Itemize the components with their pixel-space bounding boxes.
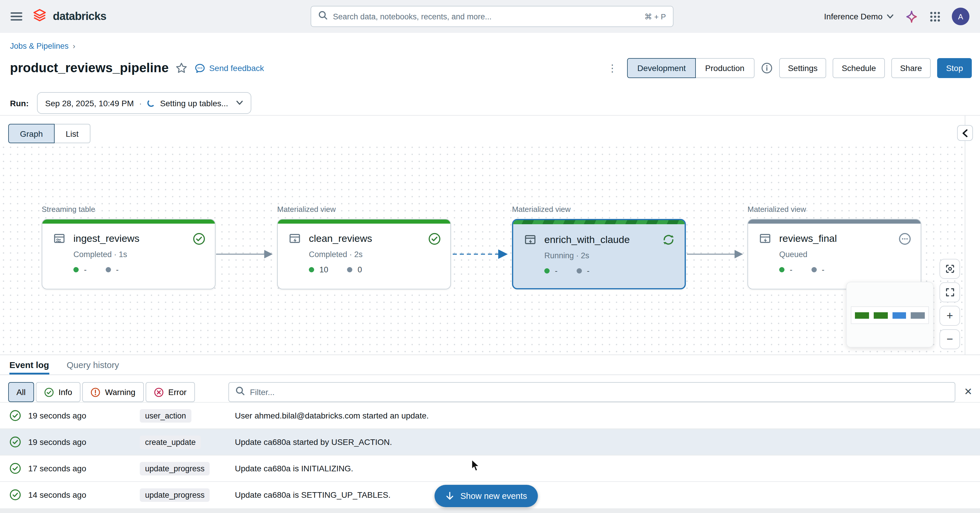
event-timestamp: 14 seconds ago (28, 490, 129, 500)
event-timestamp: 19 seconds ago (28, 437, 129, 447)
materialized-view-icon (759, 232, 772, 245)
node-ingest-reviews[interactable]: ingest_reviews Completed · 1s - - (42, 219, 215, 289)
chevron-down-icon (236, 100, 243, 106)
share-button[interactable]: Share (891, 58, 931, 78)
databricks-logo[interactable]: databricks (32, 8, 106, 25)
node-reviews-final[interactable]: reviews_final Queued - - (748, 219, 921, 289)
gray-metric-dot (347, 267, 352, 272)
materialized-view-icon (524, 233, 537, 246)
fullscreen-button[interactable] (940, 282, 960, 302)
event-info-icon (10, 410, 21, 421)
send-feedback-label: Send feedback (209, 64, 264, 73)
gray-metric-value: - (587, 267, 590, 275)
kebab-menu-icon[interactable]: ⋮ (604, 62, 621, 74)
breadcrumb: Jobs & Pipelines › (10, 42, 75, 51)
event-row-selected[interactable]: 19 seconds ago create_update Update ca68… (0, 429, 980, 455)
environment-toggle: Development Production (627, 58, 754, 78)
event-row[interactable]: 17 seconds ago update_progress Update ca… (0, 455, 980, 481)
gray-metric-dot (811, 267, 816, 272)
minimap-node (892, 312, 906, 318)
filter-all-label: All (16, 388, 25, 397)
gray-metric-dot (576, 268, 582, 273)
tab-event-log[interactable]: Event log (10, 355, 49, 375)
run-status: Setting up tables... (160, 98, 228, 108)
tab-query-history[interactable]: Query history (67, 355, 119, 375)
event-type-badge: user_action (140, 409, 191, 422)
event-log-tabs: Event log Query history (0, 355, 980, 375)
event-row[interactable]: 19 seconds ago user_action User ahmed.bi… (0, 402, 980, 429)
gray-metric-value: - (116, 265, 119, 274)
hamburger-menu-icon[interactable] (11, 12, 22, 21)
stop-button[interactable]: Stop (937, 58, 972, 78)
header-actions: ⋮ Development Production Settings Schedu… (604, 58, 972, 78)
fit-view-button[interactable] (940, 259, 960, 279)
favorite-star-icon[interactable] (175, 62, 187, 74)
event-type-badge: update_progress (140, 462, 210, 475)
production-toggle[interactable]: Production (696, 58, 754, 78)
page-header: product_reviews_pipeline Send feedback ⋮… (10, 57, 972, 79)
info-icon[interactable] (761, 62, 773, 74)
avatar[interactable]: A (952, 8, 969, 25)
run-selector-dropdown[interactable]: Sep 28, 2025, 10:49 PM · Setting up tabl… (37, 92, 251, 114)
show-new-events-label: Show new events (460, 491, 527, 501)
node-status-strip (748, 219, 921, 224)
node-enrich-with-claude[interactable]: enrich_with_claude Running · 2s - - (512, 219, 686, 289)
run-row: Run: Sep 28, 2025, 10:49 PM · Setting up… (10, 92, 251, 114)
workspace-selector[interactable]: Inference Demo (824, 12, 894, 21)
event-filter-input-wrap (228, 382, 955, 402)
gray-metric-dot (105, 267, 111, 272)
apps-grid-icon[interactable] (929, 11, 941, 22)
node-status-strip (278, 219, 450, 224)
list-view-tab[interactable]: List (55, 124, 91, 143)
search-input[interactable] (333, 12, 639, 21)
development-toggle[interactable]: Development (627, 58, 696, 78)
graph-list-toggle: Graph List (8, 124, 90, 143)
send-feedback-link[interactable]: Send feedback (194, 62, 264, 74)
workspace-name: Inference Demo (824, 12, 883, 21)
breadcrumb-chevron: › (73, 42, 75, 51)
error-x-icon (154, 387, 164, 397)
run-spinner-icon (147, 99, 155, 107)
filter-warning-label: Warning (105, 388, 135, 397)
global-search[interactable]: ⌘ + P (310, 6, 673, 27)
breadcrumb-jobs-pipelines-link[interactable]: Jobs & Pipelines (10, 42, 69, 51)
zoom-in-button[interactable]: + (940, 306, 960, 326)
green-metric-value: - (555, 267, 557, 275)
warning-icon (91, 387, 100, 397)
event-info-icon (10, 489, 21, 501)
databricks-pipeline-page: databricks ⌘ + P Inference Demo (0, 0, 980, 513)
filter-warning-button[interactable]: Warning (82, 382, 143, 402)
page-title: product_reviews_pipeline (10, 60, 169, 76)
collapse-panel-button[interactable] (957, 125, 973, 141)
node-clean-reviews[interactable]: clean_reviews Completed · 2s 10 0 (277, 219, 451, 289)
event-filter-input[interactable] (250, 388, 948, 397)
graph-view-tab[interactable]: Graph (8, 124, 55, 143)
show-new-events-button[interactable]: Show new events (434, 485, 538, 507)
node-status-text: Running · 2s (513, 246, 685, 260)
event-info-icon (10, 436, 21, 448)
right-panel-divider (965, 116, 965, 354)
settings-button[interactable]: Settings (779, 58, 826, 78)
green-metric-value: - (790, 265, 792, 274)
filter-all-button[interactable]: All (8, 382, 34, 402)
green-metric-value: 10 (320, 265, 328, 274)
node-type-label: Materialized view (748, 205, 806, 214)
node-title: enrich_with_claude (544, 234, 654, 246)
node-title: ingest_reviews (73, 233, 185, 245)
graph-minimap[interactable] (846, 282, 934, 348)
zoom-out-button[interactable]: − (940, 329, 960, 349)
filter-info-button[interactable]: Info (35, 382, 80, 402)
top-bar: databricks ⌘ + P Inference Demo (0, 0, 980, 33)
close-event-log-icon[interactable]: ✕ (964, 387, 973, 397)
node-status-text: Queued (748, 245, 921, 259)
topbar-right-cluster: Inference Demo A (824, 8, 969, 25)
assistant-sparkle-icon[interactable] (905, 10, 918, 23)
node-metrics: - - (748, 259, 921, 274)
run-label: Run: (10, 98, 29, 108)
schedule-button[interactable]: Schedule (833, 58, 885, 78)
search-shortcut: ⌘ + P (644, 12, 666, 21)
node-status-text: Completed · 1s (42, 245, 215, 259)
node-status-text: Completed · 2s (278, 245, 450, 259)
filter-error-button[interactable]: Error (145, 382, 195, 402)
running-refresh-icon (662, 233, 675, 246)
